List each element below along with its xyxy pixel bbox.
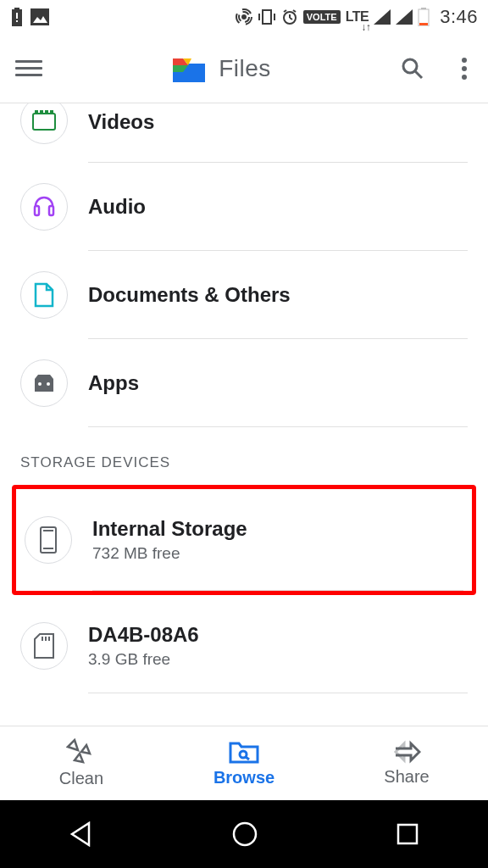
home-button[interactable]: [231, 821, 258, 848]
status-time: 3:46: [440, 6, 478, 28]
bottom-navigation: Clean Browse Share: [0, 726, 488, 800]
category-videos[interactable]: Videos: [0, 103, 488, 163]
category-documents[interactable]: Documents & Others: [0, 251, 488, 339]
svg-point-6: [241, 14, 247, 19]
main-content: Videos Audio Documents & Others: [0, 103, 488, 726]
storage-internal[interactable]: Internal Storage 732 MB free: [16, 489, 472, 591]
svg-point-25: [403, 59, 417, 73]
app-bar: Files: [0, 34, 488, 103]
files-app-logo-icon: [171, 53, 207, 84]
category-apps[interactable]: Apps: [0, 339, 488, 427]
storage-sdcard[interactable]: DA4B-08A6 3.9 GB free: [0, 598, 488, 693]
svg-rect-49: [398, 825, 417, 843]
audio-icon: [31, 194, 57, 220]
nav-label: Browse: [214, 768, 274, 787]
search-button[interactable]: [400, 56, 425, 81]
lte-indicator: LTE↓↑: [346, 9, 369, 25]
clean-icon: [66, 738, 97, 765]
videos-icon: [32, 110, 56, 131]
storage-subtitle: 3.9 GB free: [88, 650, 468, 669]
svg-rect-1: [14, 8, 19, 10]
svg-rect-3: [16, 20, 18, 22]
vibrate-icon: [258, 8, 276, 25]
document-icon: [34, 282, 54, 308]
alarm-icon: [281, 8, 298, 25]
storage-subtitle: 732 MB free: [92, 544, 463, 563]
category-label: Audio: [88, 195, 468, 219]
hotspot-icon: [236, 8, 252, 25]
svg-marker-17: [374, 9, 391, 25]
category-audio[interactable]: Audio: [0, 163, 488, 251]
svg-marker-47: [72, 823, 89, 845]
category-label: Apps: [88, 371, 468, 395]
svg-line-46: [246, 757, 249, 760]
svg-rect-21: [419, 23, 428, 25]
internal-storage-highlight: Internal Storage 732 MB free: [12, 485, 476, 595]
browse-icon: [228, 739, 260, 765]
svg-rect-29: [40, 110, 43, 114]
storage-devices-header: STORAGE DEVICES: [0, 427, 488, 481]
svg-line-26: [415, 71, 422, 78]
svg-rect-30: [45, 110, 48, 114]
svg-rect-33: [49, 206, 53, 215]
svg-rect-9: [263, 10, 271, 24]
svg-line-14: [290, 18, 292, 19]
svg-marker-43: [81, 745, 90, 754]
nav-label: Share: [384, 767, 429, 787]
battery-alert-icon: [10, 8, 24, 26]
image-icon: [30, 8, 49, 25]
phone-storage-icon: [40, 526, 57, 554]
svg-rect-20: [421, 8, 426, 9]
system-navigation-bar: [0, 800, 488, 868]
recents-button[interactable]: [396, 822, 419, 846]
svg-rect-31: [50, 110, 53, 114]
apps-icon: [31, 372, 57, 394]
signal-icon-1: [374, 9, 391, 25]
svg-marker-44: [75, 754, 83, 762]
signal-icon-2: [396, 9, 413, 25]
storage-title: Internal Storage: [92, 517, 463, 541]
svg-rect-2: [16, 13, 18, 19]
category-label: Videos: [88, 110, 468, 134]
svg-rect-32: [35, 206, 39, 215]
category-label: Documents & Others: [88, 283, 468, 307]
app-title: Files: [219, 55, 271, 82]
nav-clean[interactable]: Clean: [0, 726, 163, 800]
nav-share[interactable]: Share: [325, 726, 488, 800]
svg-point-45: [240, 751, 247, 758]
back-button[interactable]: [69, 821, 94, 847]
sd-card-icon: [33, 633, 55, 659]
svg-point-48: [234, 823, 256, 845]
svg-marker-18: [396, 9, 413, 25]
more-options-button[interactable]: [456, 58, 473, 80]
nav-browse[interactable]: Browse: [163, 726, 325, 800]
svg-rect-27: [33, 114, 55, 130]
menu-button[interactable]: [15, 60, 42, 76]
svg-point-34: [38, 382, 42, 386]
battery-icon: [418, 8, 430, 26]
svg-line-16: [293, 10, 296, 12]
svg-line-15: [284, 10, 286, 12]
status-bar: VOLTE LTE↓↑ 3:46: [0, 0, 488, 34]
svg-marker-42: [68, 740, 78, 750]
svg-rect-28: [35, 110, 38, 114]
storage-title: DA4B-08A6: [88, 623, 468, 647]
volte-badge: VOLTE: [303, 10, 341, 24]
svg-point-35: [47, 382, 50, 386]
nav-label: Clean: [59, 769, 103, 788]
share-icon: [392, 740, 421, 764]
